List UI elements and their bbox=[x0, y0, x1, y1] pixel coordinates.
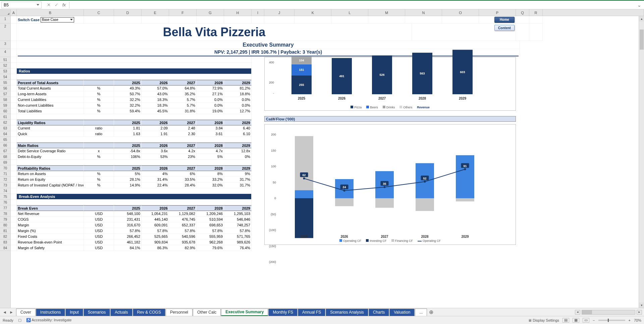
select-all-corner[interactable] bbox=[0, 9, 11, 16]
col-P[interactable]: P bbox=[479, 9, 516, 16]
row-71[interactable]: 71 bbox=[0, 171, 10, 177]
hscroll-left-icon[interactable]: ◄ bbox=[575, 310, 580, 315]
sheet-tab-other-calc[interactable]: Other Calc bbox=[193, 309, 221, 316]
sheet-tab-charts[interactable]: Charts bbox=[369, 309, 389, 316]
row-63[interactable]: 63 bbox=[0, 125, 10, 131]
row-58[interactable]: 58 bbox=[0, 97, 10, 103]
col-M[interactable]: M bbox=[368, 9, 405, 16]
col-B[interactable]: B bbox=[17, 9, 84, 16]
row-64[interactable]: 64 bbox=[0, 131, 10, 137]
col-G[interactable]: G bbox=[197, 9, 224, 16]
row-78[interactable]: 78 bbox=[0, 211, 10, 217]
hscroll-thumb[interactable] bbox=[582, 310, 592, 314]
view-page-break-button[interactable]: ▭ bbox=[583, 318, 589, 323]
sheet-tab-valuation[interactable]: Valuation bbox=[389, 309, 415, 316]
name-box[interactable]: B5 bbox=[1, 2, 42, 8]
row-68[interactable]: 68 bbox=[0, 154, 10, 160]
row-72[interactable]: 72 bbox=[0, 177, 10, 182]
zoom-slider[interactable] bbox=[598, 320, 625, 321]
sheet-tab-monthly-fs[interactable]: Monthly FS bbox=[268, 309, 298, 316]
scroll-down-icon[interactable]: ▼ bbox=[639, 303, 644, 308]
row-59[interactable]: 59 bbox=[0, 103, 10, 108]
row-66[interactable]: 66 bbox=[0, 143, 10, 148]
formula-input[interactable] bbox=[69, 2, 637, 8]
row-4[interactable]: 4 bbox=[0, 49, 10, 57]
scroll-thumb[interactable] bbox=[640, 30, 644, 50]
display-settings-button[interactable]: 🖥 Display Settings bbox=[528, 318, 559, 322]
name-box-dropdown-icon[interactable] bbox=[37, 4, 39, 6]
add-sheet-button[interactable]: ⊕ bbox=[427, 309, 435, 315]
formula-bar-expand-icon[interactable]: ⌄ bbox=[637, 2, 641, 8]
zoom-in-button[interactable]: + bbox=[629, 318, 631, 322]
row-62[interactable]: 62 bbox=[0, 120, 10, 125]
macro-record-icon[interactable]: ▢ bbox=[18, 318, 21, 322]
col-L[interactable]: L bbox=[331, 9, 368, 16]
col-O[interactable]: O bbox=[442, 9, 479, 16]
home-button[interactable]: Home bbox=[494, 17, 515, 23]
accessibility-status[interactable]: ♿ Accessibility: Investigate bbox=[26, 318, 72, 322]
row-75[interactable]: 75 bbox=[0, 194, 10, 200]
row-77[interactable]: 77 bbox=[0, 205, 10, 211]
col-R[interactable]: R bbox=[529, 9, 543, 16]
col-J[interactable]: J bbox=[264, 9, 294, 16]
sheet-tab-input[interactable]: Input bbox=[65, 309, 83, 316]
col-D[interactable]: D bbox=[114, 9, 142, 16]
sheet-tab-scenarios[interactable]: Scenarios bbox=[84, 309, 110, 316]
row-65[interactable]: 65 bbox=[0, 137, 10, 143]
row-67[interactable]: 67 bbox=[0, 148, 10, 154]
row-61[interactable]: 61 bbox=[0, 114, 10, 120]
row-57[interactable]: 57 bbox=[0, 91, 10, 97]
sheet-tab-scenarios-analysis[interactable]: Scenarios Analysis bbox=[326, 309, 368, 316]
row-74[interactable]: 74 bbox=[0, 188, 10, 194]
row-53[interactable]: 53 bbox=[0, 68, 10, 74]
scroll-up-icon[interactable]: ▲ bbox=[639, 16, 644, 21]
col-E[interactable]: E bbox=[142, 9, 169, 16]
row-82[interactable]: 82 bbox=[0, 234, 10, 239]
sheet-tab-executive-summary[interactable]: Executive Summary bbox=[221, 309, 268, 316]
col-F[interactable]: F bbox=[169, 9, 197, 16]
view-normal-button[interactable]: ▤ bbox=[562, 318, 569, 323]
row-3[interactable]: 3 bbox=[0, 41, 10, 49]
row-84[interactable]: 84 bbox=[0, 245, 10, 251]
row-54[interactable]: 54 bbox=[0, 74, 10, 80]
row-56[interactable]: 56 bbox=[0, 86, 10, 91]
sheet-tab-actuals[interactable]: Actuals bbox=[110, 309, 132, 316]
tab-more[interactable]: ... bbox=[415, 309, 427, 316]
hscroll-right-icon[interactable]: ► bbox=[637, 310, 642, 315]
sheet-tab-personnel[interactable]: Personnel bbox=[166, 309, 193, 316]
row-52[interactable]: 52 bbox=[0, 63, 10, 68]
row-83[interactable]: 83 bbox=[0, 239, 10, 245]
view-page-layout-button[interactable]: ▦ bbox=[573, 318, 579, 323]
zoom-thumb[interactable] bbox=[608, 319, 609, 322]
sheet-tab-annual-fs[interactable]: Annual FS bbox=[298, 309, 325, 316]
col-A[interactable]: A bbox=[11, 9, 17, 16]
chart-revenue[interactable]: 400200-255151104202549120265262027563202… bbox=[264, 57, 516, 111]
zoom-out-button[interactable]: − bbox=[593, 318, 595, 322]
row-81[interactable]: 81 bbox=[0, 228, 10, 234]
col-I[interactable]: I bbox=[252, 9, 264, 16]
fx-label[interactable]: fx bbox=[62, 2, 66, 7]
tab-nav-prev-icon[interactable]: ◄ bbox=[3, 310, 7, 315]
row-76[interactable]: 76 bbox=[0, 200, 10, 205]
row-69[interactable]: 69 bbox=[0, 160, 10, 165]
cancel-icon[interactable]: ✕ bbox=[47, 2, 51, 7]
chart-cashflow[interactable]: (200)(150)(100)(50)050100150200250202520… bbox=[264, 124, 516, 245]
switch-case-dropdown[interactable]: Base Case bbox=[41, 17, 74, 22]
row-1[interactable]: 1 bbox=[0, 16, 10, 23]
row-60[interactable]: 60 bbox=[0, 108, 10, 114]
col-Q[interactable]: Q bbox=[516, 9, 529, 16]
zoom-level[interactable]: 70% bbox=[634, 318, 641, 322]
vertical-scrollbar[interactable]: ▲ ▼ bbox=[639, 16, 644, 308]
content-button[interactable]: Content bbox=[494, 25, 515, 31]
cell-grid[interactable]: Switch Case Base CaseHomeBella Vita Pizz… bbox=[11, 16, 644, 308]
tab-nav-next-icon[interactable]: ► bbox=[9, 310, 13, 315]
row-2[interactable]: 2 bbox=[0, 23, 10, 41]
sheet-tab-rev-cogs[interactable]: Rev & COGS bbox=[133, 309, 165, 316]
row-73[interactable]: 73 bbox=[0, 182, 10, 188]
col-C[interactable]: C bbox=[84, 9, 114, 16]
row-51[interactable]: 51 bbox=[0, 57, 10, 63]
sheet-tab-instructions[interactable]: Instructions bbox=[36, 309, 65, 316]
sheet-tab-cover[interactable]: Cover bbox=[16, 309, 36, 316]
row-55[interactable]: 55 bbox=[0, 80, 10, 86]
col-K[interactable]: K bbox=[294, 9, 331, 16]
